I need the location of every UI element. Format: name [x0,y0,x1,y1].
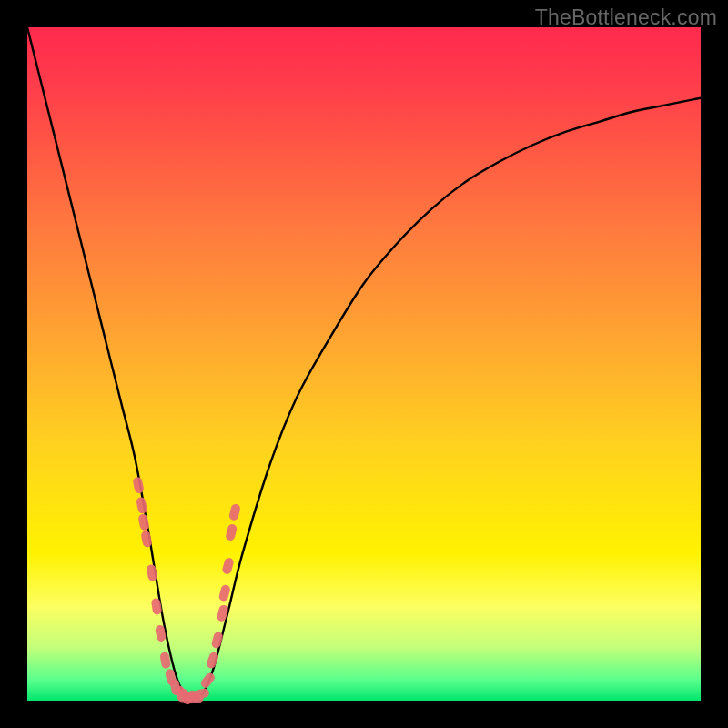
data-marker [136,497,147,515]
data-marker [199,672,217,690]
data-marker [228,503,241,521]
chart-plot-area [27,27,701,701]
bottleneck-curve [27,27,701,698]
data-marker [137,513,149,531]
data-marker [146,564,157,581]
marker-group [132,476,241,705]
data-marker [132,476,144,494]
data-marker [218,584,231,602]
chart-frame: TheBottleneck.com [0,0,728,728]
chart-svg [27,27,701,701]
data-marker [140,531,152,549]
data-marker [221,557,234,575]
watermark-text: TheBottleneck.com [535,5,717,30]
data-marker [225,523,238,541]
